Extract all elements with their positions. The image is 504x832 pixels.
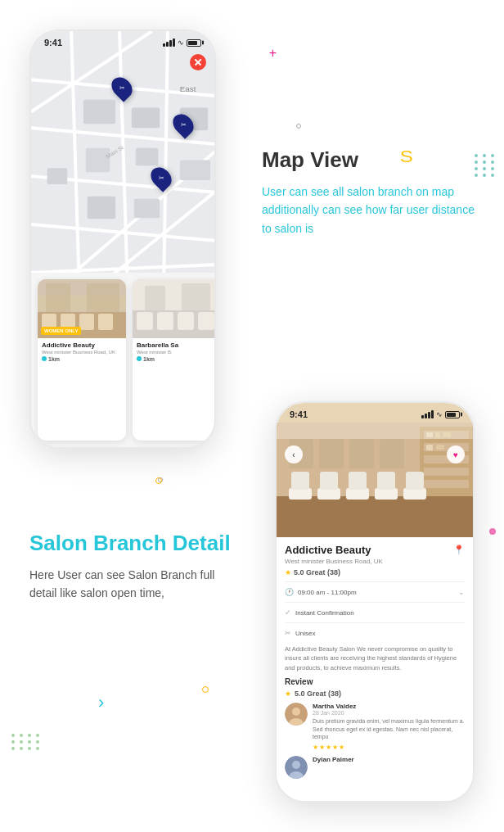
svg-rect-40: [182, 283, 210, 310]
svg-rect-13: [132, 108, 160, 129]
back-button[interactable]: ‹: [285, 445, 303, 463]
scissors-icon: ✂: [285, 629, 291, 637]
divider-2: [285, 602, 465, 603]
reviewer-stars-1: ★ ★ ★ ★ ★: [313, 744, 465, 751]
status-icons-top: ∿: [163, 38, 201, 47]
detail-address: West minister Business Road, UK: [285, 558, 465, 565]
salon-card-address-1: West minister Business Road, UK: [42, 350, 122, 355]
salon-card-img-1: WOMEN ONLY: [38, 279, 126, 338]
phone-map-mockup: 9:41 ∿: [29, 29, 216, 449]
reviewer-info-1: Martha Valdez 28 Jan 2020 Duis pretium g…: [313, 703, 465, 751]
rating-text: 5.0 Great (38): [294, 568, 340, 577]
map-area: East Main St ✂ ✂ ✂: [31, 31, 214, 289]
deco-plus-1: +: [269, 46, 277, 61]
svg-rect-36: [178, 312, 194, 330]
svg-rect-62: [349, 472, 367, 490]
svg-rect-27: [79, 314, 94, 330]
svg-rect-64: [406, 472, 424, 490]
hours-info: 🕐 09:00 am - 11:00pm: [285, 588, 357, 596]
detail-rating: ★ 5.0 Great (38): [285, 568, 465, 577]
svg-rect-15: [136, 148, 159, 166]
reviewer-text-1: Duis pretium gravida enim, vel maximus l…: [313, 717, 465, 741]
svg-rect-34: [137, 312, 153, 330]
hours-chevron-icon[interactable]: ⌄: [458, 588, 465, 596]
hours-row: 🕐 09:00 am - 11:00pm ⌄: [285, 586, 465, 599]
map-view-title: Map View: [262, 147, 475, 173]
battery-icon-bottom: [445, 411, 460, 418]
detail-location-pin-icon: 📍: [453, 545, 465, 555]
deco-grid-green-1: [11, 734, 41, 750]
salon-card-1[interactable]: WOMEN ONLY Addictive Beauty West ministe…: [38, 279, 126, 441]
svg-rect-12: [83, 100, 115, 124]
deco-circle-1: [155, 477, 162, 484]
clock-icon: 🕐: [285, 588, 294, 596]
svg-point-71: [292, 708, 300, 716]
type-row: ✂ Unisex: [285, 626, 465, 640]
wifi-icon-bottom: ∿: [436, 410, 443, 418]
svg-rect-14: [86, 148, 110, 172]
deco-chevron-1: ›: [98, 692, 104, 713]
status-icons-bottom: ∿: [421, 410, 460, 418]
svg-rect-28: [98, 314, 113, 330]
location-dot-1: [42, 356, 47, 361]
divider-1: [285, 581, 465, 582]
svg-rect-17: [134, 199, 160, 219]
svg-rect-59: [403, 488, 426, 500]
map-pin-1: ✂: [113, 76, 131, 99]
svg-rect-67: [349, 439, 374, 468]
salon-card-address-2: West minister B.: [137, 350, 214, 355]
reviewer-info-2: Dylan Palmer: [313, 756, 465, 779]
svg-rect-58: [375, 488, 398, 500]
detail-hero-image: ‹ ♥: [277, 423, 473, 537]
status-time-bottom: 9:41: [290, 409, 308, 419]
deco-circle-pink-1: [489, 528, 496, 535]
review-item-2: Dylan Palmer: [285, 756, 465, 779]
reviewer-name-1: Martha Valdez: [313, 703, 465, 710]
svg-rect-42: [277, 496, 473, 537]
confirmation-text: Instant Confirmation: [295, 609, 354, 617]
location-dot-2: [137, 356, 142, 361]
salon-cards-container: WOMEN ONLY Addictive Beauty West ministe…: [31, 273, 214, 447]
svg-rect-69: [277, 423, 473, 439]
reviewer-avatar-1: [285, 703, 308, 726]
status-bar-top: 9:41 ∿: [31, 31, 214, 51]
svg-rect-66: [319, 439, 344, 468]
review-section-title: Review: [285, 677, 465, 686]
svg-rect-31: [87, 283, 119, 312]
salon-card-info-1: Addictive Beauty West minister Business …: [38, 338, 126, 365]
review-star-icon: ★: [285, 690, 291, 698]
deco-grid-teal-1: [475, 154, 496, 177]
map-pin-3: ✂: [152, 166, 170, 189]
svg-rect-30: [46, 283, 70, 312]
confirmation-info: ✓ Instant Confirmation: [285, 608, 354, 617]
detail-section-text: Salon Branch Detail Here User can see Sa…: [29, 531, 242, 603]
star-icon-filled: ★: [285, 568, 291, 577]
review-rating-text: 5.0 Great (38): [295, 690, 341, 698]
svg-rect-35: [157, 312, 173, 330]
svg-rect-57: [346, 488, 369, 500]
deco-circle-2: [202, 686, 209, 693]
deco-dot-1: [296, 124, 301, 129]
salon-card-name-2: Barbarella Sa: [137, 341, 214, 349]
svg-rect-49: [424, 480, 469, 488]
salon-card-info-2: Barbarella Sa West minister B. 1km: [133, 338, 214, 365]
svg-rect-60: [291, 472, 309, 490]
svg-rect-63: [377, 472, 395, 490]
type-text: Unisex: [295, 630, 315, 637]
type-info: ✂ Unisex: [285, 629, 315, 637]
map-pin-2: ✂: [174, 113, 192, 136]
salon-card-2[interactable]: Barbarella Sa West minister B. 1km: [133, 279, 214, 441]
salon-interior-svg: [277, 423, 473, 537]
svg-rect-56: [317, 488, 340, 500]
hours-text: 09:00 am - 11:00pm: [298, 589, 357, 596]
signal-bars-bottom: [421, 410, 434, 418]
detail-phone-content: 9:41 ∿: [277, 403, 473, 801]
close-button[interactable]: [190, 54, 206, 70]
svg-rect-20: [180, 160, 210, 180]
favorite-button[interactable]: ♥: [447, 445, 465, 463]
svg-rect-16: [88, 197, 115, 219]
status-time-top: 9:41: [44, 38, 62, 47]
review-summary: ★ 5.0 Great (38): [285, 690, 465, 698]
svg-rect-39: [145, 286, 165, 310]
review-item-1: Martha Valdez 28 Jan 2020 Duis pretium g…: [285, 703, 465, 751]
